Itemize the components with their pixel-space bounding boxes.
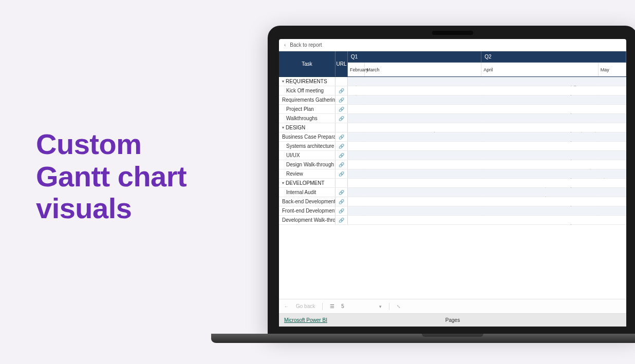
timeline-cell[interactable]: [348, 95, 626, 104]
month-cell: March: [365, 63, 482, 76]
timeline-cell[interactable]: [348, 132, 626, 141]
task-name-cell[interactable]: ▾DESIGN: [279, 123, 335, 132]
gantt-task-row[interactable]: Development Walk-through🔗: [279, 216, 626, 225]
url-cell[interactable]: 🔗: [335, 105, 348, 113]
task-name-cell[interactable]: Design Walk-through: [279, 160, 335, 169]
gantt-task-row[interactable]: UI/UX🔗: [279, 151, 626, 160]
url-cell[interactable]: 🔗: [335, 142, 348, 150]
task-label: REQUIREMENTS: [286, 79, 327, 84]
url-cell[interactable]: 🔗: [335, 132, 348, 141]
timeline-cell[interactable]: [348, 160, 626, 169]
gantt-group-row[interactable]: ▾REQUIREMENTS: [279, 77, 626, 86]
task-label: DESIGN: [286, 125, 305, 130]
url-cell[interactable]: 🔗: [335, 95, 348, 104]
hero-headline: Custom Gantt chart visuals: [36, 128, 186, 225]
back-icon[interactable]: ‹: [284, 42, 286, 48]
go-back-icon[interactable]: ←: [284, 304, 289, 309]
timeline-cell[interactable]: [348, 216, 626, 224]
link-icon[interactable]: 🔗: [339, 116, 344, 121]
timeline-cell[interactable]: [348, 114, 626, 123]
gantt-task-row[interactable]: Business Case Preparation🔗: [279, 132, 626, 142]
timeline-cell[interactable]: [348, 123, 626, 132]
collapse-icon[interactable]: ⤡: [397, 304, 401, 309]
collapse-caret-icon[interactable]: ▾: [282, 125, 284, 130]
timeline-cell[interactable]: [348, 142, 626, 150]
month-cell: February: [348, 63, 365, 76]
gantt-task-row[interactable]: Design Walk-through🔗: [279, 160, 626, 169]
url-cell[interactable]: 🔗: [335, 160, 348, 169]
gantt-task-row[interactable]: Kick Off meeting🔗: [279, 86, 626, 95]
gantt-group-row[interactable]: ▾DEVELOPMENT: [279, 179, 626, 188]
laptop-frame: ‹ Back to report Task URL Q1Q2 FebruaryM…: [268, 26, 635, 354]
chevron-down-icon[interactable]: ▾: [379, 304, 382, 309]
link-icon[interactable]: 🔗: [339, 171, 344, 177]
url-cell[interactable]: 🔗: [335, 188, 348, 197]
link-icon[interactable]: 🔗: [339, 144, 344, 149]
toolbar-divider: [322, 303, 323, 310]
link-icon[interactable]: 🔗: [339, 153, 344, 158]
link-icon[interactable]: 🔗: [339, 98, 344, 103]
report-footer: Microsoft Power BI Pages: [279, 313, 626, 327]
timeline-cell[interactable]: [348, 206, 626, 215]
timeline-cell[interactable]: [348, 86, 626, 95]
gantt-task-row[interactable]: Internal Audit🔗: [279, 188, 626, 197]
column-header-task[interactable]: Task: [279, 51, 335, 76]
task-label: Design Walk-through: [286, 162, 334, 167]
column-header-url[interactable]: URL: [335, 51, 348, 76]
timeline-cell[interactable]: [348, 77, 626, 86]
page-number-input[interactable]: 5: [341, 303, 344, 309]
gantt-task-row[interactable]: Requirements Gathering🔗: [279, 95, 626, 105]
list-icon[interactable]: ☰: [330, 303, 334, 309]
task-name-cell[interactable]: UI/UX: [279, 151, 335, 160]
task-name-cell[interactable]: Walkthroughs: [279, 114, 335, 123]
pages-label[interactable]: Pages: [445, 317, 460, 323]
link-icon[interactable]: 🔗: [339, 88, 344, 93]
link-icon[interactable]: 🔗: [339, 218, 344, 223]
url-cell[interactable]: 🔗: [335, 151, 348, 160]
link-icon[interactable]: 🔗: [339, 208, 344, 214]
task-name-cell[interactable]: ▾REQUIREMENTS: [279, 77, 335, 86]
task-name-cell[interactable]: Internal Audit: [279, 188, 335, 197]
task-name-cell[interactable]: Kick Off meeting: [279, 86, 335, 95]
timeline-cell[interactable]: [348, 169, 626, 178]
url-cell[interactable]: 🔗: [335, 206, 348, 215]
task-name-cell[interactable]: Project Plan: [279, 105, 335, 113]
task-name-cell[interactable]: Back-end Development: [279, 197, 335, 206]
gantt-task-row[interactable]: Back-end Development🔗: [279, 197, 626, 206]
task-name-cell[interactable]: ▾DEVELOPMENT: [279, 179, 335, 187]
collapse-caret-icon[interactable]: ▾: [282, 181, 284, 185]
collapse-caret-icon[interactable]: ▾: [282, 79, 284, 84]
timeline-cell[interactable]: [348, 188, 626, 197]
gantt-task-row[interactable]: Walkthroughs🔗: [279, 114, 626, 123]
task-name-cell[interactable]: Business Case Preparation: [279, 132, 335, 141]
timeline-cell[interactable]: [348, 105, 626, 113]
laptop-bezel: ‹ Back to report Task URL Q1Q2 FebruaryM…: [268, 26, 635, 334]
url-cell[interactable]: 🔗: [335, 86, 348, 95]
task-name-cell[interactable]: Requirements Gathering: [279, 95, 335, 104]
url-cell[interactable]: 🔗: [335, 197, 348, 206]
link-icon[interactable]: 🔗: [339, 107, 344, 112]
link-icon[interactable]: 🔗: [339, 199, 344, 204]
timeline-cell[interactable]: [348, 151, 626, 160]
url-cell[interactable]: 🔗: [335, 114, 348, 123]
task-name-cell[interactable]: Front-end Development: [279, 206, 335, 215]
gantt-task-row[interactable]: Systems architecture🔗: [279, 142, 626, 151]
link-icon[interactable]: 🔗: [339, 190, 344, 195]
powerbi-brand-link[interactable]: Microsoft Power BI: [284, 317, 327, 323]
timeline-cell[interactable]: [348, 197, 626, 206]
gantt-group-row[interactable]: ▾DESIGN: [279, 123, 626, 132]
gantt-task-row[interactable]: Review🔗: [279, 169, 626, 179]
gantt-body[interactable]: Today87.86%100.00%100.00%80.00%55.00%84.…: [279, 77, 626, 299]
go-back-button[interactable]: Go back: [296, 303, 315, 309]
timeline-cell[interactable]: [348, 179, 626, 187]
link-icon[interactable]: 🔗: [339, 135, 344, 140]
url-cell[interactable]: 🔗: [335, 216, 348, 224]
link-icon[interactable]: 🔗: [339, 162, 344, 167]
task-name-cell[interactable]: Development Walk-through: [279, 216, 335, 224]
back-to-report-link[interactable]: Back to report: [290, 42, 322, 48]
task-name-cell[interactable]: Review: [279, 169, 335, 178]
gantt-task-row[interactable]: Project Plan🔗: [279, 105, 626, 114]
task-name-cell[interactable]: Systems architecture: [279, 142, 335, 150]
gantt-task-row[interactable]: Front-end Development🔗: [279, 206, 626, 216]
url-cell[interactable]: 🔗: [335, 169, 348, 178]
